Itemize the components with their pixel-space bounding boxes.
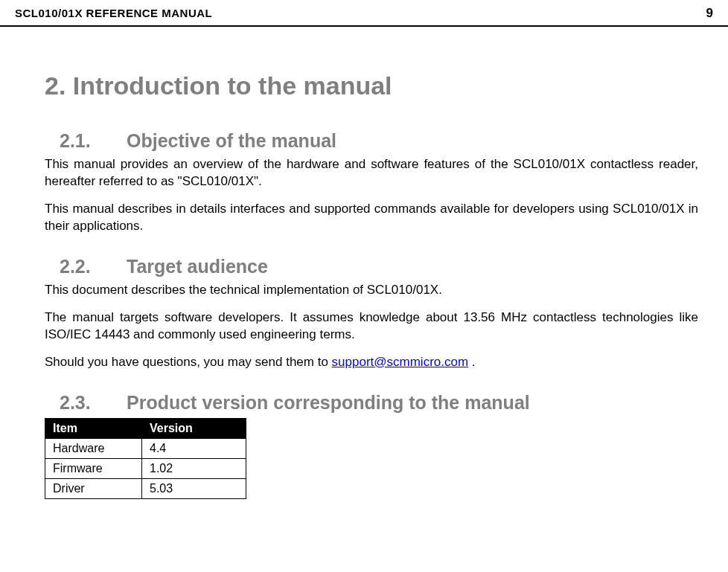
support-email-link[interactable]: support@scmmicro.com <box>332 355 469 369</box>
header-title: SCL010/01X REFERENCE MANUAL <box>15 7 212 19</box>
table-cell-version: 5.03 <box>142 478 246 498</box>
page-header: SCL010/01X REFERENCE MANUAL 9 <box>0 0 728 27</box>
table-cell-item: Hardware <box>45 438 142 458</box>
table-cell-version: 4.4 <box>142 438 246 458</box>
heading-1: 2. Introduction to the manual <box>45 71 698 100</box>
paragraph: This manual describes in details interfa… <box>45 201 698 235</box>
table-cell-item: Driver <box>45 478 142 498</box>
heading-2-product-version: 2.3. Product version corresponding to th… <box>45 392 698 414</box>
table-cell-item: Firmware <box>45 458 142 478</box>
table-header-version: Version <box>142 418 246 438</box>
paragraph-text: Should you have questions, you may send … <box>45 355 332 369</box>
table-row: Firmware 1.02 <box>45 458 246 478</box>
heading-2-number: 2.1. <box>45 130 127 152</box>
table-row: Hardware 4.4 <box>45 438 246 458</box>
page-content: 2. Introduction to the manual 2.1. Objec… <box>0 27 728 514</box>
heading-2-text: Target audience <box>127 256 268 277</box>
paragraph-text: . <box>468 355 475 369</box>
heading-2-objective: 2.1. Objective of the manual <box>45 130 698 152</box>
table-cell-version: 1.02 <box>142 458 246 478</box>
heading-2-text: Objective of the manual <box>127 130 336 152</box>
table-header-row: Item Version <box>45 418 246 438</box>
paragraph: This manual provides an overview of the … <box>45 156 698 190</box>
heading-2-target-audience: 2.2. Target audience <box>45 256 698 277</box>
header-page-number: 9 <box>706 6 713 21</box>
paragraph: The manual targets software developers. … <box>45 309 698 344</box>
table-row: Driver 5.03 <box>45 478 246 498</box>
heading-2-text: Product version corresponding to the man… <box>127 392 530 414</box>
version-table: Item Version Hardware 4.4 Firmware 1.02 … <box>45 418 246 499</box>
heading-2-number: 2.2. <box>45 256 127 277</box>
table-header-item: Item <box>45 418 142 438</box>
paragraph: This document describes the technical im… <box>45 282 698 299</box>
paragraph: Should you have questions, you may send … <box>45 354 698 371</box>
heading-2-number: 2.3. <box>45 392 127 414</box>
